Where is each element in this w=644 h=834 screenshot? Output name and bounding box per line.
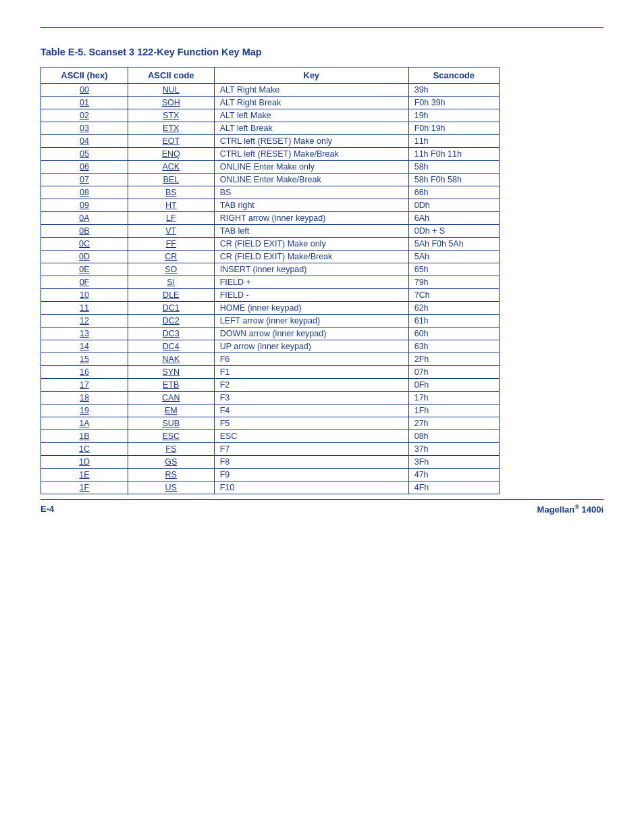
table-cell-6-1: ACK [128, 161, 214, 174]
table-cell-17-3: 62h [408, 302, 499, 315]
table-cell-25-2: F4 [214, 405, 408, 417]
footer-product-name: Magellan® 1400i [537, 504, 603, 515]
table-cell-20-0: 14 [41, 340, 128, 353]
table-cell-16-1: DLE [128, 289, 214, 302]
table-row: 09HTTAB right0Dh [41, 199, 500, 212]
table-cell-13-1: CR [128, 251, 214, 263]
table-cell-9-3: 0Dh [408, 199, 499, 212]
table-cell-12-3: 5Ah F0h 5Ah [408, 238, 499, 251]
table-cell-4-1: EOT [128, 135, 214, 148]
table-row: 0BVTTAB left0Dh + S [41, 225, 500, 238]
table-cell-26-2: F5 [214, 417, 408, 430]
table-cell-8-1: BS [128, 186, 214, 199]
table-cell-1-0: 01 [41, 97, 128, 109]
table-cell-14-1: SO [128, 263, 214, 276]
table-cell-26-1: SUB [128, 417, 214, 430]
table-cell-16-2: FIELD - [214, 289, 408, 302]
table-cell-28-1: FS [128, 443, 214, 456]
table-cell-15-2: FIELD + [214, 276, 408, 289]
page-footer: E-4 Magellan® 1400i [41, 499, 603, 515]
table-cell-7-1: BEL [128, 174, 214, 186]
table-cell-11-2: TAB left [214, 225, 408, 238]
table-cell-13-2: CR (FIELD EXIT) Make/Break [214, 251, 408, 263]
table-row: 14DC4UP arrow (inner keypad)63h [41, 340, 500, 353]
table-cell-14-2: INSERT (inner keypad) [214, 263, 408, 276]
table-cell-14-0: 0E [41, 263, 128, 276]
table-row: 01SOHALT Right BreakF0h 39h [41, 97, 500, 109]
table-row: 11DC1HOME (inner keypad)62h [41, 302, 500, 315]
table-cell-4-2: CTRL left (RESET) Make only [214, 135, 408, 148]
table-cell-7-2: ONLINE Enter Make/Break [214, 174, 408, 186]
table-cell-9-2: TAB right [214, 199, 408, 212]
table-cell-6-3: 58h [408, 161, 499, 174]
table-cell-29-0: 1D [41, 456, 128, 469]
table-cell-11-0: 0B [41, 225, 128, 238]
table-cell-24-3: 17h [408, 392, 499, 405]
table-cell-9-0: 09 [41, 199, 128, 212]
table-cell-22-3: 07h [408, 366, 499, 379]
table-cell-9-1: HT [128, 199, 214, 212]
table-row: 08BSBS66h [41, 186, 500, 199]
table-cell-2-1: STX [128, 109, 214, 122]
table-cell-29-2: F8 [214, 456, 408, 469]
table-row: 1CFSF737h [41, 443, 500, 456]
table-cell-5-0: 05 [41, 148, 128, 161]
table-cell-18-1: DC2 [128, 315, 214, 328]
table-cell-24-0: 18 [41, 392, 128, 405]
table-cell-14-3: 65h [408, 263, 499, 276]
table-cell-21-1: NAK [128, 353, 214, 366]
table-row: 1DGSF83Fh [41, 456, 500, 469]
table-row: 0ESOINSERT (inner keypad)65h [41, 263, 500, 276]
table-cell-7-0: 07 [41, 174, 128, 186]
table-cell-25-0: 19 [41, 405, 128, 417]
function-key-map-table: ASCII (hex) ASCII code Key Scancode 00NU… [41, 67, 500, 494]
table-row: 00NULALT Right Make39h [41, 84, 500, 97]
table-cell-28-3: 37h [408, 443, 499, 456]
top-rule [41, 27, 603, 28]
table-cell-15-3: 79h [408, 276, 499, 289]
table-cell-19-0: 13 [41, 328, 128, 340]
table-cell-1-2: ALT Right Break [214, 97, 408, 109]
table-cell-3-0: 03 [41, 122, 128, 135]
table-cell-8-3: 66h [408, 186, 499, 199]
table-title: Table E-5. Scanset 3 122-Key Function Ke… [41, 47, 603, 57]
table-cell-28-0: 1C [41, 443, 128, 456]
table-row: 16SYNF107h [41, 366, 500, 379]
table-row: 10DLEFIELD -7Ch [41, 289, 500, 302]
table-cell-20-1: DC4 [128, 340, 214, 353]
table-cell-27-2: ESC [214, 430, 408, 443]
table-cell-8-2: BS [214, 186, 408, 199]
table-cell-30-3: 47h [408, 469, 499, 481]
table-row: 03ETXALT left BreakF0h 19h [41, 122, 500, 135]
table-cell-29-3: 3Fh [408, 456, 499, 469]
table-cell-5-2: CTRL left (RESET) Make/Break [214, 148, 408, 161]
table-cell-23-0: 17 [41, 379, 128, 392]
table-cell-12-1: FF [128, 238, 214, 251]
table-row: 18CANF317h [41, 392, 500, 405]
table-cell-25-3: 1Fh [408, 405, 499, 417]
table-cell-22-2: F1 [214, 366, 408, 379]
table-cell-31-3: 4Fh [408, 481, 499, 494]
table-cell-26-3: 27h [408, 417, 499, 430]
table-cell-24-1: CAN [128, 392, 214, 405]
table-cell-6-0: 06 [41, 161, 128, 174]
table-cell-17-2: HOME (inner keypad) [214, 302, 408, 315]
table-row: 19EMF41Fh [41, 405, 500, 417]
table-cell-8-0: 08 [41, 186, 128, 199]
table-cell-0-1: NUL [128, 84, 214, 97]
table-cell-18-2: LEFT arrow (inner keypad) [214, 315, 408, 328]
table-row: 0DCRCR (FIELD EXIT) Make/Break5Ah [41, 251, 500, 263]
table-cell-19-1: DC3 [128, 328, 214, 340]
table-row: 1BESCESC08h [41, 430, 500, 443]
table-cell-0-2: ALT Right Make [214, 84, 408, 97]
table-row: 07BELONLINE Enter Make/Break58h F0h 58h [41, 174, 500, 186]
table-row: 04EOTCTRL left (RESET) Make only11h [41, 135, 500, 148]
table-row: 06ACKONLINE Enter Make only58h [41, 161, 500, 174]
table-row: 17ETBF20Fh [41, 379, 500, 392]
table-row: 02STXALT left Make19h [41, 109, 500, 122]
table-cell-3-2: ALT left Break [214, 122, 408, 135]
table-cell-12-0: 0C [41, 238, 128, 251]
table-cell-22-1: SYN [128, 366, 214, 379]
table-row: 0CFFCR (FIELD EXIT) Make only5Ah F0h 5Ah [41, 238, 500, 251]
table-cell-2-3: 19h [408, 109, 499, 122]
